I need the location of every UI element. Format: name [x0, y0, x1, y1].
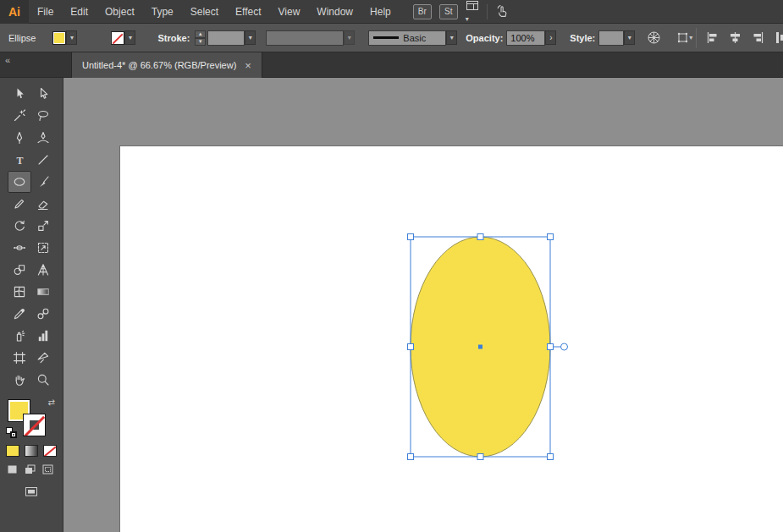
menu-object[interactable]: Object: [96, 0, 143, 24]
column-graph-tool-button[interactable]: [31, 325, 55, 347]
rotate-widget-handle[interactable]: [561, 343, 568, 350]
gradient-button[interactable]: [25, 445, 38, 457]
selection-handle[interactable]: [548, 454, 554, 460]
stroke-color-well[interactable]: [23, 414, 46, 436]
selection-handle[interactable]: [408, 234, 414, 240]
opacity-label[interactable]: Opacity:: [466, 33, 503, 43]
gradient-tool-button[interactable]: [31, 281, 55, 303]
chevron-down-icon[interactable]: ▾: [624, 30, 635, 45]
stroke-weight-combo[interactable]: ▾: [207, 30, 256, 46]
brush-definition-value[interactable]: Basic: [368, 30, 446, 46]
chevron-down-icon[interactable]: ▾: [245, 30, 256, 45]
selection-handle[interactable]: [477, 454, 483, 460]
document-tab[interactable]: Untitled-4* @ 66.67% (RGB/Preview) ×: [71, 52, 262, 78]
transform-options-button[interactable]: ▾: [676, 31, 692, 44]
menu-file[interactable]: File: [29, 0, 62, 24]
selection-overlay: [406, 232, 576, 467]
curvature-tool-button[interactable]: [31, 127, 55, 149]
paintbrush-tool-button[interactable]: [31, 171, 55, 193]
stepper-up-icon[interactable]: ▲: [195, 30, 206, 38]
touch-workspace-button[interactable]: [495, 4, 510, 19]
stroke-weight-stepper[interactable]: ▲ ▼: [195, 30, 206, 46]
stock-button[interactable]: St: [439, 4, 458, 19]
distribute-button[interactable]: [774, 30, 783, 45]
fill-swatch-icon[interactable]: [52, 31, 66, 45]
transform-options-icon: [676, 31, 689, 44]
hand-tool-button[interactable]: [8, 369, 31, 391]
scale-tool-button[interactable]: [31, 215, 55, 237]
recolor-artwork-button[interactable]: [647, 30, 661, 45]
screen-mode-button[interactable]: [25, 485, 38, 498]
stroke-color-control[interactable]: ▾: [111, 30, 135, 46]
pencil-tool-button[interactable]: [8, 193, 31, 215]
panel-collapse-button[interactable]: «: [5, 55, 9, 65]
direct-selection-tool-button[interactable]: [31, 83, 55, 105]
symbol-sprayer-tool-button[interactable]: [8, 325, 31, 347]
lasso-tool-button[interactable]: [31, 105, 55, 127]
chevron-down-icon[interactable]: ▾: [66, 30, 77, 45]
center-point-handle[interactable]: [478, 345, 482, 349]
ellipse-tool-button[interactable]: [8, 171, 31, 193]
free-transform-tool-button[interactable]: [31, 237, 55, 259]
bridge-button[interactable]: Br: [413, 4, 432, 19]
menu-window[interactable]: Window: [308, 0, 361, 24]
menu-type[interactable]: Type: [143, 0, 182, 24]
column-graph-icon: [36, 329, 50, 343]
opacity-input[interactable]: [506, 30, 545, 46]
shape-builder-tool-button[interactable]: [8, 259, 31, 281]
selection-handle[interactable]: [548, 344, 554, 350]
mesh-tool-button[interactable]: [8, 281, 31, 303]
width-tool-button[interactable]: [8, 237, 31, 259]
stroke-weight-value[interactable]: [207, 30, 245, 46]
selection-handle[interactable]: [477, 234, 483, 240]
selection-handle[interactable]: [548, 234, 554, 240]
eyedropper-tool-button[interactable]: [8, 303, 31, 325]
pen-tool-button[interactable]: [8, 127, 31, 149]
align-left-button[interactable]: [705, 30, 720, 45]
selection-handle[interactable]: [408, 454, 414, 460]
graphic-style-value[interactable]: [598, 30, 624, 46]
align-center-button[interactable]: [728, 30, 742, 45]
selection-tool-button[interactable]: [8, 83, 31, 105]
draw-behind-button[interactable]: [24, 463, 36, 475]
menu-select[interactable]: Select: [182, 0, 227, 24]
default-fill-stroke-icon[interactable]: [6, 427, 17, 438]
stepper-down-icon[interactable]: ▼: [195, 38, 206, 46]
brush-definition-combo[interactable]: Basic ▾: [368, 30, 457, 46]
artboard-tool-button[interactable]: [8, 347, 31, 369]
type-tool-button[interactable]: T: [8, 149, 31, 171]
zoom-tool-button[interactable]: [31, 369, 55, 391]
opacity-panel-chevron-icon[interactable]: ›: [545, 30, 556, 45]
rotate-tool-button[interactable]: [8, 215, 31, 237]
draw-normal-button[interactable]: [6, 463, 19, 475]
menu-help[interactable]: Help: [361, 0, 400, 24]
blend-tool-button[interactable]: [31, 303, 55, 325]
menu-effect[interactable]: Effect: [227, 0, 269, 24]
hand-icon: [13, 373, 26, 387]
selection-handle[interactable]: [408, 344, 414, 350]
align-center-icon: [728, 30, 742, 45]
stroke-none-swatch-icon[interactable]: [111, 31, 124, 45]
arrange-documents-button[interactable]: ▾: [466, 0, 479, 24]
fill-color-control[interactable]: ▾: [52, 30, 77, 46]
chevron-down-icon[interactable]: ▾: [124, 30, 135, 45]
stroke-label[interactable]: Stroke:: [157, 33, 190, 43]
chevron-down-icon[interactable]: ▾: [446, 30, 457, 45]
artboard-icon: [13, 351, 26, 365]
none-button[interactable]: [43, 445, 57, 457]
color-button[interactable]: [6, 445, 19, 457]
magic-wand-tool-button[interactable]: [8, 105, 31, 127]
perspective-grid-tool-button[interactable]: [31, 259, 55, 281]
draw-inside-button[interactable]: [41, 463, 54, 475]
app-logo[interactable]: Ai: [0, 0, 29, 24]
menu-view[interactable]: View: [270, 0, 309, 24]
graphic-style-combo[interactable]: ▾: [598, 30, 635, 46]
close-icon[interactable]: ×: [245, 60, 251, 71]
slice-tool-button[interactable]: [31, 347, 55, 369]
eraser-tool-button[interactable]: [31, 193, 55, 215]
line-segment-tool-button[interactable]: [31, 149, 55, 171]
menu-edit[interactable]: Edit: [62, 0, 96, 24]
swap-fill-stroke-icon[interactable]: ⇄: [48, 398, 55, 407]
align-right-button[interactable]: [751, 30, 765, 45]
selection-arrow-icon: [13, 87, 26, 101]
